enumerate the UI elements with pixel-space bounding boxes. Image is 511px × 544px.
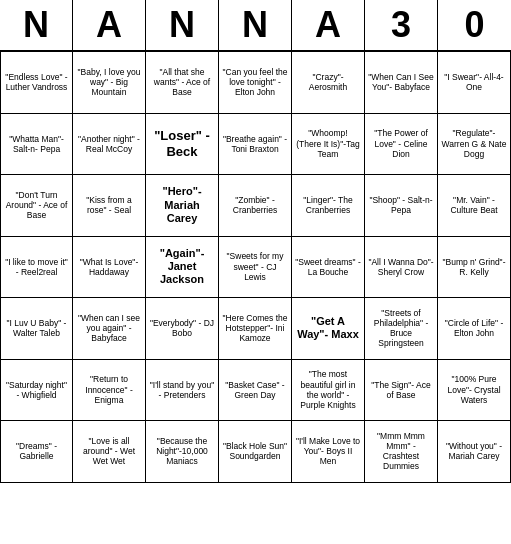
bingo-cell-1: "Baby, I love you way" - Big Mountain xyxy=(73,52,146,114)
bingo-cell-20: "Mr. Vain" - Culture Beat xyxy=(438,175,511,237)
header-cell-4: A xyxy=(292,0,365,50)
bingo-cell-40: "The Sign"- Ace of Base xyxy=(365,360,438,422)
bingo-cell-11: "Whoomp! (There It Is)"-Tag Team xyxy=(292,114,365,176)
header-cell-0: N xyxy=(0,0,73,50)
bingo-cell-48: "Without you" - Mariah Carey xyxy=(438,421,511,483)
bingo-cell-30: "Everybody" - DJ Bobo xyxy=(146,298,219,360)
bingo-cell-16: "Hero"- Mariah Carey xyxy=(146,175,219,237)
header-cell-3: N xyxy=(219,0,292,50)
bingo-cell-28: "I Luv U Baby" - Walter Taleb xyxy=(0,298,73,360)
bingo-cell-38: "Basket Case" - Green Day xyxy=(219,360,292,422)
bingo-cell-39: "The most beautiful girl in the world" -… xyxy=(292,360,365,422)
bingo-cell-44: "Because the Night"-10,000 Maniacs xyxy=(146,421,219,483)
bingo-cell-8: "Another night" - Real McCoy xyxy=(73,114,146,176)
bingo-cell-22: "What Is Love"- Haddaway xyxy=(73,237,146,299)
bingo-cell-36: "Return to Innocence" - Enigma xyxy=(73,360,146,422)
bingo-cell-10: "Breathe again" - Toni Braxton xyxy=(219,114,292,176)
bingo-cell-15: "Kiss from a rose" - Seal xyxy=(73,175,146,237)
bingo-cell-26: "All I Wanna Do"- Sheryl Crow xyxy=(365,237,438,299)
bingo-cell-41: "100% Pure Love"- Crystal Waters xyxy=(438,360,511,422)
bingo-cell-27: "Bump n' Grind"- R. Kelly xyxy=(438,237,511,299)
bingo-cell-47: "Mmm Mmm Mmm" - Crashtest Dummies xyxy=(365,421,438,483)
bingo-cell-34: "Circle of Life" - Elton John xyxy=(438,298,511,360)
bingo-cell-5: "When Can I See You"- Babyface xyxy=(365,52,438,114)
bingo-cell-14: "Don't Turn Around" - Ace of Base xyxy=(0,175,73,237)
bingo-cell-21: "I like to move it" - Reel2real xyxy=(0,237,73,299)
header-cell-2: N xyxy=(146,0,219,50)
bingo-cell-42: "Dreams" - Gabrielle xyxy=(0,421,73,483)
bingo-cell-2: "All that she wants" - Ace of Base xyxy=(146,52,219,114)
bingo-cell-19: "Shoop" - Salt-n- Pepa xyxy=(365,175,438,237)
bingo-cell-12: "The Power of Love" - Celine Dion xyxy=(365,114,438,176)
bingo-cell-25: "Sweet dreams" - La Bouche xyxy=(292,237,365,299)
bingo-cell-46: "I'll Make Love to You"- Boys II Men xyxy=(292,421,365,483)
bingo-grid: "Endless Love" - Luther Vandross"Baby, I… xyxy=(0,51,511,544)
bingo-cell-23: "Again"- Janet Jackson xyxy=(146,237,219,299)
bingo-cell-24: "Sweets for my sweet" - CJ Lewis xyxy=(219,237,292,299)
bingo-cell-31: "Here Comes the Hotstepper"- Ini Kamoze xyxy=(219,298,292,360)
header-cell-6: 0 xyxy=(438,0,511,50)
bingo-cell-18: "Linger"- The Cranberries xyxy=(292,175,365,237)
bingo-cell-29: "When can I see you again" - Babyface xyxy=(73,298,146,360)
bingo-cell-13: "Regulate"- Warren G & Nate Dogg xyxy=(438,114,511,176)
bingo-cell-35: "Saturday night" - Whigfield xyxy=(0,360,73,422)
bingo-cell-3: "Can you feel the love tonight" - Elton … xyxy=(219,52,292,114)
bingo-cell-45: "Black Hole Sun" Soundgarden xyxy=(219,421,292,483)
bingo-cell-7: "Whatta Man"- Salt-n- Pepa xyxy=(0,114,73,176)
bingo-header: NANNA30 xyxy=(0,0,511,51)
bingo-cell-9: "Loser" - Beck xyxy=(146,114,219,176)
bingo-cell-17: "Zombie" - Cranberries xyxy=(219,175,292,237)
bingo-cell-33: "Streets of Philadelphia" - Bruce Spring… xyxy=(365,298,438,360)
bingo-cell-0: "Endless Love" - Luther Vandross xyxy=(0,52,73,114)
bingo-cell-43: "Love is all around" - Wet Wet Wet xyxy=(73,421,146,483)
bingo-cell-37: "I'll stand by you" - Pretenders xyxy=(146,360,219,422)
bingo-cell-4: "Crazy"- Aerosmith xyxy=(292,52,365,114)
bingo-cell-32: "Get A Way"- Maxx xyxy=(292,298,365,360)
header-cell-1: A xyxy=(73,0,146,50)
header-cell-5: 3 xyxy=(365,0,438,50)
bingo-cell-6: "I Swear"- All-4-One xyxy=(438,52,511,114)
